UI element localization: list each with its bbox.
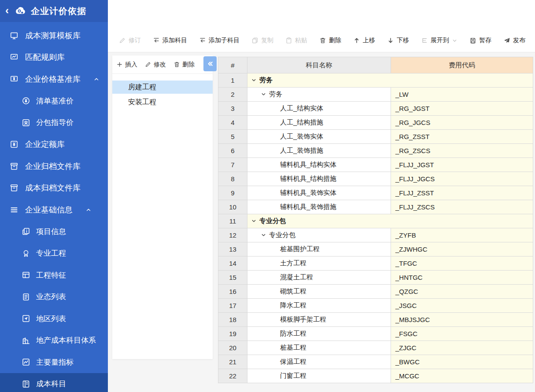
fee-code-cell: _FSGC [391, 327, 533, 341]
quantity-indicator-icon [22, 358, 30, 366]
subject-name-cell: 劳务 [247, 88, 391, 102]
table-row[interactable]: 17降水工程_JSGC [218, 299, 533, 313]
subject-name-cell: 专业分包 [247, 214, 533, 228]
sidebar-item-label: 地区列表 [36, 314, 66, 324]
subject-name-cell: 防水工程 [247, 327, 391, 341]
table-row[interactable]: 9辅料机具_装饰实体_FLJJ_ZSST [218, 186, 533, 200]
project-type-item-1[interactable]: 房建工程 [112, 81, 213, 94]
app-title: 企业计价依据 [31, 5, 86, 17]
panel-action-1[interactable]: 插入 [116, 61, 137, 69]
sidebar-item-16[interactable]: 主要量指标 [0, 352, 108, 374]
sidebar-item-13[interactable]: 业态列表 [0, 286, 108, 308]
subcontract-guide-price-icon [22, 118, 30, 127]
sidebar-item-12[interactable]: 工程特征 [0, 264, 108, 286]
table-row[interactable]: 7辅料机具_结构实体_FLJJ_JGST [218, 158, 533, 172]
project-type-label: 房建工程 [128, 83, 156, 92]
table-row[interactable]: 18模板脚手架工程_MBJSJGC [218, 313, 533, 327]
back-icon[interactable]: ‹ [5, 5, 9, 16]
row-number-cell: 4 [218, 116, 247, 130]
sidebar-item-3[interactable]: 企业价格基准库 [0, 68, 108, 90]
table-row[interactable]: 15混凝土工程_HNTGC [218, 271, 533, 285]
row-number-cell: 20 [218, 341, 247, 355]
fee-code-cell: _FLJJ_ZSST [391, 186, 533, 200]
table-row[interactable]: 1劳务 [218, 73, 533, 88]
main-content: 修订添加科目添加子科目复制粘贴删除上移下移展开到暂存发布 插入修改删除 房建工程… [108, 0, 535, 392]
toolbar-button-7[interactable]: 上移 [353, 37, 375, 44]
table-row[interactable]: 21保温工程_BWGC [218, 355, 533, 369]
subject-name-cell: 人工_结构措施 [247, 116, 391, 130]
panel-action-label: 删除 [182, 61, 195, 69]
row-number-cell: 11 [218, 214, 247, 228]
caret-down-icon [261, 92, 266, 97]
toolbar-button-10[interactable]: 暂存 [469, 37, 491, 44]
fee-code-cell: _ZYFB [391, 228, 533, 242]
add-subject-icon [153, 37, 160, 44]
sidebar-item-11[interactable]: 专业工程 [0, 242, 108, 264]
toolbar-button-6[interactable]: 删除 [319, 37, 341, 44]
project-type-item-2[interactable]: 安装工程 [112, 95, 213, 109]
table-row[interactable]: 6人工_装饰措施_RG_ZSCS [218, 144, 533, 158]
table-row[interactable]: 2劳务_LW [218, 88, 533, 102]
table-row[interactable]: 10辅料机具_装饰措施_FLJJ_ZSCS [218, 200, 533, 214]
plus-icon [116, 61, 123, 68]
toolbar-button-4: 复制 [251, 37, 273, 44]
sidebar-item-7[interactable]: 企业归档文件库 [0, 155, 108, 177]
row-number-cell: 3 [218, 102, 247, 116]
match-rule-library-icon [10, 53, 18, 62]
toolbar-button-label: 下移 [397, 37, 409, 44]
table-row[interactable]: 14土方工程_TFGC [218, 256, 533, 271]
toolbar-button-11[interactable]: 发布 [503, 37, 525, 44]
toolbar-button-3[interactable]: 添加子科目 [199, 37, 240, 44]
enterprise-base-info-icon [10, 205, 18, 214]
subject-name-cell: 土方工程 [247, 256, 391, 271]
sidebar-item-10[interactable]: 项目信息 [0, 221, 108, 243]
toolbar-button-2[interactable]: 添加科目 [153, 37, 187, 44]
table-row[interactable]: 20桩基工程_ZJGC [218, 341, 533, 355]
subject-name-cell: 门窗工程 [247, 369, 391, 383]
subject-name-cell: 劳务 [247, 73, 533, 88]
table-row[interactable]: 4人工_结构措施_RG_JGCS [218, 116, 533, 130]
table-row[interactable]: 3人工_结构实体_RG_JGST [218, 102, 533, 116]
copy-icon [251, 37, 258, 44]
sidebar-item-14[interactable]: 地区列表 [0, 308, 108, 330]
sidebar-item-6[interactable]: 企业定额库 [0, 134, 108, 156]
sidebar-item-4[interactable]: 清单基准价 [0, 90, 108, 112]
table-row[interactable]: 8辅料机具_结构措施_FLJJ_JGCS [218, 172, 533, 186]
toolbar-button-label: 暂存 [479, 37, 491, 44]
sidebar-item-8[interactable]: 成本归档文件库 [0, 177, 108, 199]
sidebar-item-label: 企业基础信息 [25, 205, 73, 215]
sidebar-item-label: 成本科目 [36, 379, 66, 389]
subject-name-cell: 人工_结构实体 [247, 102, 391, 116]
table-row[interactable]: 16砌筑工程_QZGC [218, 285, 533, 299]
collapse-panel-button[interactable] [203, 56, 217, 71]
table-row[interactable]: 12专业分包_ZYFB [218, 228, 533, 242]
sidebar-item-1[interactable]: 成本测算模板库 [0, 25, 108, 47]
table-row[interactable]: 19防水工程_FSGC [218, 327, 533, 341]
enterprise-archive-icon [10, 162, 18, 171]
sidebar-item-label: 专业工程 [36, 248, 66, 258]
sidebar-item-5[interactable]: 分包指导价 [0, 112, 108, 134]
toolbar-button-8[interactable]: 下移 [387, 37, 409, 44]
subject-name-cell: 保温工程 [247, 355, 391, 369]
caret-down-icon [251, 219, 256, 223]
project-info-icon [22, 227, 30, 236]
panel-action-3[interactable]: 删除 [173, 61, 195, 69]
table-row[interactable]: 22门窗工程_MCGC [218, 369, 533, 383]
sidebar-item-label: 匹配规则库 [25, 52, 65, 62]
column-header-2: 科目名称 [247, 57, 391, 73]
fee-code-cell: _RG_ZSCS [391, 144, 533, 158]
sidebar-item-15[interactable]: 地产成本科目体系 [0, 330, 108, 352]
table-row[interactable]: 13桩基围护工程_ZJWHGC [218, 242, 533, 256]
row-number-cell: 10 [218, 200, 247, 214]
fee-code-cell: _ZJGC [391, 341, 533, 355]
panel-action-2[interactable]: 修改 [145, 61, 166, 69]
sidebar-item-9[interactable]: 企业基础信息 [0, 199, 108, 221]
sidebar-item-17[interactable]: 成本科目 [0, 373, 108, 392]
table-row[interactable]: 11专业分包 [218, 214, 533, 228]
subject-name-cell: 辅料机具_结构措施 [247, 172, 391, 186]
toolbar-button-9[interactable]: 展开到 [421, 37, 458, 44]
subject-name-cell: 降水工程 [247, 299, 391, 313]
subject-table: #科目名称费用代码 1劳务2劳务_LW3人工_结构实体_RG_JGST4人工_结… [218, 57, 533, 383]
table-row[interactable]: 5人工_装饰实体_RG_ZSST [218, 130, 533, 144]
sidebar-item-2[interactable]: 匹配规则库 [0, 47, 108, 69]
